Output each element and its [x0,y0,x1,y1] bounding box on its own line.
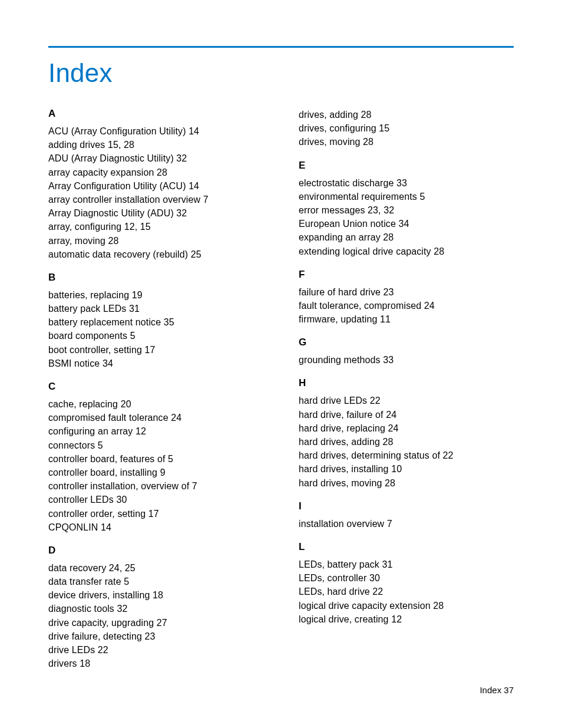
section-head-g: G [299,337,514,348]
index-entry: board components 5 [48,329,263,342]
index-entry: hard drives, moving 28 [299,476,514,490]
index-entry: ADU (Array Diagnostic Utility) 32 [48,151,263,165]
index-entry: array controller installation overview 7 [48,193,263,206]
index-entry: battery pack LEDs 31 [48,302,263,315]
index-entry: installation overview 7 [299,517,514,531]
section-head-f: F [299,269,514,281]
index-entry: LEDs, hard drive 22 [299,585,514,598]
index-entry: environmental requirements 5 [299,190,514,203]
index-entry: controller order, setting 17 [48,507,263,521]
index-entry: Array Diagnostic Utility (ADU) 32 [48,206,263,220]
footer: Index 37 [480,685,514,695]
index-entry: controller board, installing 9 [48,466,263,479]
index-entry: European Union notice 34 [299,217,514,230]
section-head-l: L [299,541,514,553]
index-entry: hard drive LEDs 22 [299,394,514,407]
index-entry: battery replacement notice 35 [48,315,263,329]
index-entry: hard drive, replacing 24 [299,421,514,435]
index-entry: diagnostic tools 32 [48,602,263,615]
index-entry: device drivers, installing 18 [48,588,263,602]
index-entry: BSMI notice 34 [48,357,263,370]
index-entry: data transfer rate 5 [48,575,263,588]
index-entry: array, configuring 12, 15 [48,220,263,233]
index-entry: cache, replacing 20 [48,397,263,411]
left-column: AACU (Array Configuration Utility) 14add… [48,108,263,670]
index-entry: hard drives, adding 28 [299,435,514,449]
index-entry: failure of hard drive 23 [299,285,514,299]
index-entry: drive capacity, upgrading 27 [48,616,263,630]
index-entry: compromised fault tolerance 24 [48,411,263,424]
index-entry: batteries, replacing 19 [48,288,263,302]
index-entry: drive LEDs 22 [48,643,263,657]
page-title: Index [48,58,514,88]
section-head-h: H [299,377,514,389]
index-entry: Array Configuration Utility (ACU) 14 [48,179,263,193]
index-entry: array capacity expansion 28 [48,166,263,179]
page: Index AACU (Array Configuration Utility)… [0,0,562,728]
section-head-c: C [48,381,263,393]
index-entry: boot controller, setting 17 [48,343,263,357]
footer-page: 37 [504,685,514,695]
index-entry: CPQONLIN 14 [48,521,263,534]
index-entry: controller board, features of 5 [48,452,263,466]
index-entry: error messages 23, 32 [299,203,514,217]
index-entry: drives, moving 28 [299,135,514,149]
index-entry: logical drive, creating 12 [299,612,514,626]
index-entry: controller installation, overview of 7 [48,479,263,493]
section-head-b: B [48,272,263,284]
index-entry: hard drives, installing 10 [299,462,514,476]
index-entry: hard drives, determining status of 22 [299,449,514,462]
header-rule [48,46,514,48]
index-entry: drives, configuring 15 [299,121,514,135]
section-head-i: I [299,500,514,512]
section-head-e: E [299,160,514,172]
index-entry: electrostatic discharge 33 [299,176,514,190]
index-entry: fault tolerance, compromised 24 [299,299,514,312]
index-columns: AACU (Array Configuration Utility) 14add… [48,108,514,670]
index-entry: configuring an array 12 [48,424,263,438]
index-entry: drives, adding 28 [299,108,514,121]
index-entry: logical drive capacity extension 28 [299,599,514,612]
index-entry: connectors 5 [48,439,263,452]
index-entry: expanding an array 28 [299,230,514,244]
index-entry: LEDs, battery pack 31 [299,558,514,571]
index-entry: firmware, updating 11 [299,312,514,326]
index-entry: LEDs, controller 30 [299,571,514,585]
index-entry: data recovery 24, 25 [48,561,263,575]
right-column: drives, adding 28drives, configuring 15d… [299,108,514,670]
index-entry: drive failure, detecting 23 [48,630,263,643]
section-head-a: A [48,108,263,120]
index-entry: array, moving 28 [48,234,263,248]
index-entry: adding drives 15, 28 [48,138,263,151]
footer-label: Index [480,685,501,695]
index-entry: grounding methods 33 [299,353,514,367]
index-entry: drivers 18 [48,657,263,670]
index-entry: hard drive, failure of 24 [299,408,514,421]
index-entry: extending logical drive capacity 28 [299,245,514,258]
section-head-d: D [48,545,263,556]
index-entry: ACU (Array Configuration Utility) 14 [48,124,263,138]
index-entry: controller LEDs 30 [48,493,263,506]
index-entry: automatic data recovery (rebuild) 25 [48,248,263,261]
